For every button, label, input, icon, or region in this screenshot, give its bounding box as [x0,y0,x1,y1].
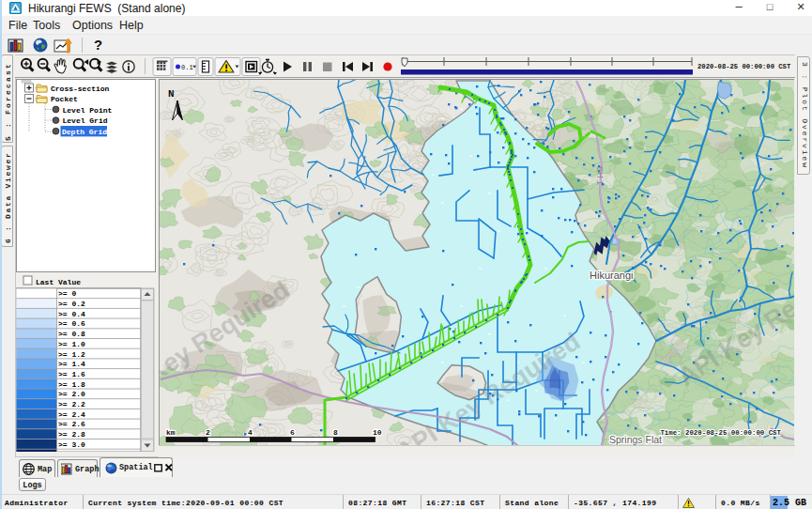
svg-text:2: 2 [206,428,210,437]
svg-text:>= 0.2: >= 0.2 [58,300,85,308]
svg-text:2020-08-25 00:00:00 CST: 2020-08-25 00:00:00 CST [697,63,791,70]
svg-text:>= 1.2: >= 1.2 [58,350,85,359]
svg-text:Level Grid: Level Grid [63,116,108,125]
svg-text:Level Point: Level Point [63,106,113,115]
svg-text:>= 1.6: >= 1.6 [58,370,85,378]
svg-text:0.1: 0.1 [181,64,193,71]
svg-text:4: 4 [248,428,253,437]
svg-text:>= 1.8: >= 1.8 [58,380,85,389]
svg-text:>= 2.0: >= 2.0 [58,390,85,398]
svg-text:Hikurangi: Hikurangi [590,270,633,281]
svg-text:Last Value: Last Value [36,278,81,286]
svg-text:10: 10 [373,428,382,437]
svg-text:>= 1.0: >= 1.0 [58,340,85,348]
svg-text:SH 1: SH 1 [595,166,605,185]
svg-text:>= 3.0: >= 3.0 [58,440,85,449]
svg-text:>= 0: >= 0 [58,289,76,298]
svg-text:>= 2.2: >= 2.2 [58,400,85,409]
svg-text:>= 0.6: >= 0.6 [58,319,85,328]
svg-text:Cross-section: Cross-section [51,85,110,93]
svg-text:6: 6 [290,428,295,437]
svg-text:>= 2.8: >= 2.8 [58,430,85,439]
svg-text:>= 2.6: >= 2.6 [58,420,85,428]
svg-text:>= 2.4: >= 2.4 [58,410,85,419]
svg-text:Springs Flat: Springs Flat [609,434,662,445]
svg-text:Depth Grid: Depth Grid [62,128,107,136]
svg-text:>= 0.4: >= 0.4 [58,310,85,318]
svg-text:km: km [166,428,176,437]
svg-text:Pocket: Pocket [51,95,78,103]
svg-text:>= 1.4: >= 1.4 [58,360,85,368]
svg-text:Time: 2020-08-25 00:00:00 CST: Time: 2020-08-25 00:00:00 CST [660,429,781,437]
svg-text:8: 8 [333,428,338,437]
svg-text:>= 0.8: >= 0.8 [58,330,85,338]
svg-text:N: N [168,88,175,100]
svg-text:?: ? [94,37,102,53]
